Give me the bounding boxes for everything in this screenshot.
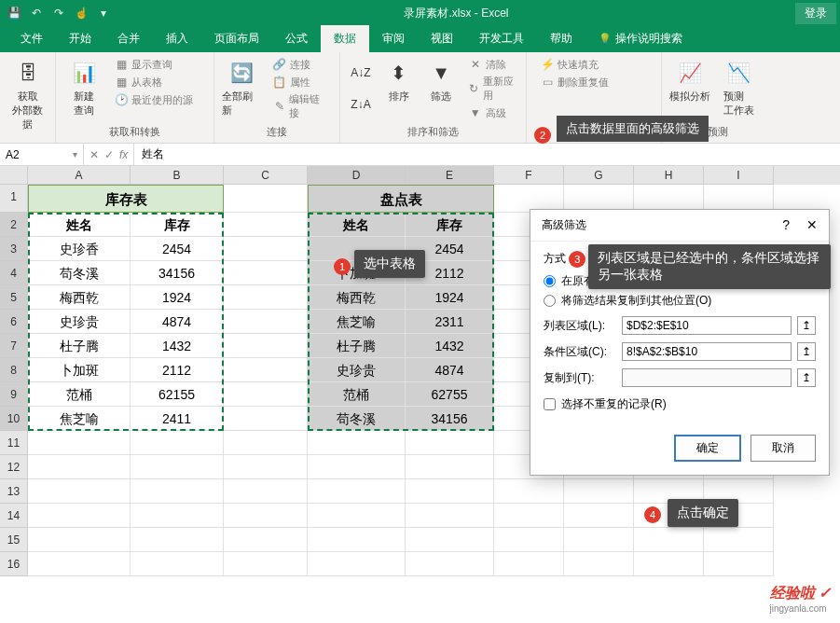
cell[interactable] (224, 237, 308, 261)
edit-links-button[interactable]: ✎编辑链接 (269, 91, 334, 121)
recent-sources-button[interactable]: 🕑最近使用的源 (110, 91, 197, 108)
range-picker-icon[interactable]: ↥ (797, 368, 816, 387)
unique-checkbox[interactable]: 选择不重复的记录(R) (544, 396, 816, 412)
cell[interactable] (224, 310, 308, 334)
cell[interactable] (224, 431, 308, 455)
login-button[interactable]: 登录 (795, 3, 836, 24)
cell[interactable] (564, 479, 634, 504)
cell[interactable] (406, 552, 494, 576)
tab-file[interactable]: 文件 (7, 25, 56, 52)
cell[interactable] (704, 552, 774, 576)
undo-icon[interactable]: ↶ (26, 3, 47, 23)
cell[interactable]: 史珍贵 (308, 358, 406, 382)
row-header[interactable]: 6 (0, 310, 28, 334)
radio-copy-to[interactable]: 将筛选结果复制到其他位置(O) (544, 293, 816, 309)
cell[interactable] (308, 528, 406, 552)
row-header[interactable]: 10 (0, 407, 28, 431)
cell[interactable] (224, 213, 308, 237)
tab-dev[interactable]: 开发工具 (466, 25, 537, 52)
cell[interactable] (634, 528, 704, 552)
touch-icon[interactable]: ☝ (71, 3, 91, 23)
col-header[interactable]: F (494, 166, 564, 185)
cell[interactable]: 1924 (131, 285, 224, 310)
cell[interactable]: 杜子腾 (308, 334, 406, 358)
col-header[interactable]: H (634, 166, 704, 185)
reapply-button[interactable]: ↻重新应用 (464, 74, 520, 104)
select-all-corner[interactable] (0, 166, 28, 185)
remove-dup-button[interactable]: ▭删除重复值 (536, 74, 613, 90)
tab-formula[interactable]: 公式 (272, 25, 321, 52)
ok-button[interactable]: 确定 (674, 435, 741, 462)
cell[interactable] (224, 552, 308, 576)
cell[interactable] (224, 528, 308, 552)
row-header[interactable]: 4 (0, 261, 28, 285)
cell[interactable] (634, 552, 704, 576)
cell[interactable] (224, 407, 308, 431)
tab-review[interactable]: 审阅 (369, 25, 418, 52)
cell[interactable]: 姓名 (308, 213, 406, 237)
refresh-all-button[interactable]: 🔄全部刷新 (220, 56, 265, 119)
cell[interactable] (224, 358, 308, 382)
sort-button[interactable]: ⬍排序 (379, 56, 418, 105)
cell[interactable] (308, 431, 406, 455)
cell[interactable]: 1432 (131, 334, 224, 358)
cell[interactable]: 梅西乾 (308, 285, 406, 310)
list-range-input[interactable] (622, 316, 792, 335)
cell[interactable] (406, 455, 494, 479)
cell[interactable] (224, 185, 308, 213)
row-header[interactable]: 9 (0, 382, 28, 407)
cell[interactable] (28, 431, 131, 455)
cell[interactable]: 1432 (406, 334, 494, 358)
cell[interactable]: 4874 (406, 358, 494, 382)
col-header[interactable]: A (28, 166, 131, 185)
cell[interactable] (406, 504, 494, 528)
row-header[interactable]: 12 (0, 455, 28, 479)
cell[interactable] (494, 552, 564, 576)
cell[interactable]: 1924 (406, 285, 494, 310)
cancel-icon[interactable]: ✕ (90, 148, 99, 161)
name-box[interactable]: A2▾ (0, 144, 84, 165)
get-external-data-button[interactable]: 🗄获取 外部数据 (6, 56, 49, 133)
cell[interactable]: 库存 (131, 213, 224, 237)
connections-button[interactable]: 🔗连接 (269, 56, 334, 73)
tab-home[interactable]: 开始 (56, 25, 104, 52)
row-header[interactable]: 14 (0, 504, 28, 528)
row-header[interactable]: 15 (0, 528, 28, 552)
chevron-down-icon[interactable]: ▾ (73, 149, 77, 159)
cell[interactable]: 34156 (131, 261, 224, 285)
save-icon[interactable]: 💾 (4, 3, 24, 23)
cell[interactable] (406, 528, 494, 552)
more-icon[interactable]: ▾ (93, 3, 114, 23)
col-header[interactable]: B (131, 166, 224, 185)
cancel-button[interactable]: 取消 (750, 435, 816, 462)
cell[interactable] (406, 431, 494, 455)
cell[interactable] (131, 455, 224, 479)
cell[interactable]: 史珍贵 (28, 310, 131, 334)
col-header[interactable]: E (406, 166, 494, 185)
tab-view[interactable]: 视图 (418, 25, 466, 52)
row-header[interactable]: 7 (0, 334, 28, 358)
tab-tellme[interactable]: 操作说明搜索 (585, 25, 695, 52)
cell[interactable] (28, 479, 131, 504)
row-header[interactable]: 1 (0, 185, 28, 213)
cell[interactable] (494, 504, 564, 528)
cell[interactable] (224, 334, 308, 358)
criteria-range-input[interactable] (622, 342, 792, 361)
cell[interactable]: 2411 (131, 407, 224, 431)
cell[interactable] (494, 479, 564, 504)
cell[interactable]: 34156 (406, 407, 494, 431)
cell[interactable] (308, 504, 406, 528)
cell[interactable] (308, 552, 406, 576)
whatif-button[interactable]: 📈模拟分析 (668, 56, 712, 105)
tab-help[interactable]: 帮助 (537, 25, 585, 52)
cell[interactable]: 4874 (131, 310, 224, 334)
cell[interactable] (131, 431, 224, 455)
cell[interactable] (224, 285, 308, 310)
help-icon[interactable]: ? (782, 217, 790, 233)
cell[interactable] (131, 504, 224, 528)
row-header[interactable]: 8 (0, 358, 28, 382)
cell[interactable] (131, 479, 224, 504)
flash-fill-button[interactable]: ⚡快速填充 (536, 56, 613, 73)
cell[interactable]: 2112 (131, 358, 224, 382)
col-header[interactable]: G (564, 166, 634, 185)
